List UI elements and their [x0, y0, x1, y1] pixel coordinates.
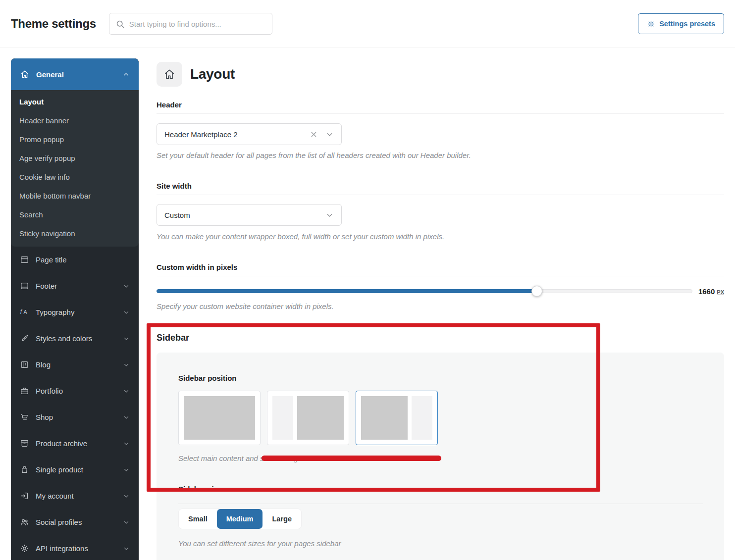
sidebar-item-social-profiles[interactable]: Social profiles: [11, 509, 139, 535]
chevron-down-icon: [123, 361, 130, 368]
svg-text:f: f: [20, 308, 23, 315]
sidebar-subitem-cookie-law-info[interactable]: Cookie law info: [11, 167, 139, 186]
divider: [157, 276, 724, 276]
sidebar-subitem-layout[interactable]: Layout: [11, 92, 139, 111]
chevron-down-icon: [123, 466, 130, 473]
header-field-description: Set your default header for all pages fr…: [157, 151, 724, 160]
content-block: [361, 396, 408, 440]
navitem-label: Typography: [36, 308, 74, 316]
sidebar-subitem-header-banner[interactable]: Header banner: [11, 111, 139, 130]
chevron-down-icon: [123, 309, 130, 316]
sidebar-subitem-age-verify-popup[interactable]: Age verify popup: [11, 149, 139, 167]
slider-unit[interactable]: PX: [717, 289, 724, 295]
navitem-label: Page title: [36, 255, 67, 264]
sidebar-subitem-promo-popup[interactable]: Promo popup: [11, 130, 139, 149]
sidebar-item-portfolio[interactable]: Portfolio: [11, 378, 139, 404]
general-submenu: Layout Header banner Promo popup Age ver…: [11, 90, 139, 247]
sidebar-item-shop[interactable]: Shop: [11, 404, 139, 430]
settings-presets-label: Settings presets: [659, 20, 715, 28]
sidebar-item-product-archive[interactable]: Product archive: [11, 430, 139, 457]
blog-icon: [20, 360, 29, 369]
chevron-down-icon: [123, 335, 130, 342]
divider: [178, 383, 703, 383]
sidebar-item-blog[interactable]: Blog: [11, 352, 139, 378]
custom-width-slider[interactable]: [157, 289, 692, 293]
chevron-up-icon: [122, 71, 130, 78]
site-width-select[interactable]: Custom: [157, 204, 342, 226]
subitem-label: Age verify popup: [19, 154, 75, 162]
sidebar-item-api-integrations[interactable]: API integrations: [11, 535, 139, 560]
sidebar-subitem-sticky-navigation[interactable]: Sticky navigation: [11, 224, 139, 243]
sidebar-section-heading: Sidebar: [157, 333, 724, 343]
subitem-label: Header banner: [19, 116, 69, 125]
chevron-down-icon: [123, 519, 130, 526]
sidebar-item-typography[interactable]: fA Typography: [11, 299, 139, 325]
clear-icon[interactable]: [310, 130, 318, 139]
sidebar-block: [272, 396, 293, 440]
sidebar-size-description: You can set different sizes for your pag…: [178, 539, 703, 549]
sidebar-subitem-mobile-bottom-navbar[interactable]: Mobile bottom navbar: [11, 186, 139, 205]
archive-icon: [20, 439, 29, 448]
subitem-label: Layout: [19, 98, 44, 106]
site-width-select-value: Custom: [164, 211, 190, 219]
size-option-large[interactable]: Large: [262, 509, 301, 529]
options-search[interactable]: [109, 13, 272, 35]
header-select[interactable]: Header Marketplace 2: [157, 123, 342, 145]
settings-presets-button[interactable]: Settings presets: [638, 13, 724, 34]
sidebar-item-styles-and-colors[interactable]: Styles and colors: [11, 325, 139, 352]
content-block: [297, 396, 344, 440]
home-icon: [20, 69, 30, 79]
sidebar-position-description: Select main content and sidebar alignmen…: [178, 454, 703, 463]
size-option-small[interactable]: Small: [179, 509, 217, 529]
footer-icon: [20, 281, 29, 291]
sidebar-item-my-account[interactable]: My account: [11, 483, 139, 509]
svg-text:A: A: [24, 309, 28, 315]
custom-width-slider-row: 1660 PX: [157, 286, 724, 297]
slider-thumb[interactable]: [531, 286, 542, 297]
briefcase-icon: [20, 386, 29, 396]
gear-icon: [647, 20, 655, 28]
sidebar-settings-panel: Sidebar position Select main content and…: [157, 353, 724, 560]
site-width-label: Site width: [157, 182, 724, 191]
subitem-label: Sticky navigation: [19, 229, 75, 238]
navitem-label: Footer: [36, 282, 57, 290]
option-content-full-width[interactable]: [178, 391, 261, 445]
page-title: Layout: [190, 66, 235, 82]
people-icon: [20, 517, 29, 527]
slider-number: 1660: [698, 287, 715, 296]
sidebar-item-footer[interactable]: Footer: [11, 273, 139, 299]
subitem-label: Search: [19, 210, 43, 219]
top-bar: Theme settings Settings presets: [0, 0, 735, 48]
navitem-label: API integrations: [36, 544, 88, 553]
option-sidebar-left[interactable]: [267, 391, 349, 445]
divider: [157, 195, 724, 195]
sidebar-subitem-search[interactable]: Search: [11, 205, 139, 224]
chevron-down-icon: [123, 493, 130, 500]
sidebar-size-label: Sidebar size: [178, 485, 703, 494]
sidebar-item-label: General: [36, 70, 64, 79]
login-icon: [20, 491, 29, 501]
navitem-label: Portfolio: [36, 387, 63, 395]
option-sidebar-right[interactable]: [356, 391, 438, 445]
sidebar-block: [412, 396, 432, 440]
content-block: [184, 396, 255, 440]
size-option-medium[interactable]: Medium: [217, 509, 263, 529]
custom-width-description: Specify your custom website container wi…: [157, 302, 724, 311]
chevron-down-icon: [325, 130, 334, 139]
divider: [178, 504, 703, 504]
typography-icon: fA: [20, 307, 29, 317]
sidebar-item-single-product[interactable]: Single product: [11, 457, 139, 483]
sidebar-item-page-title[interactable]: Page title: [11, 247, 139, 273]
subitem-label: Promo popup: [19, 135, 64, 144]
chevron-down-icon: [123, 414, 130, 421]
gear-icon: [20, 544, 29, 553]
settings-content: Layout Header Header Marketplace 2 Set y…: [157, 48, 724, 560]
sidebar-position-label: Sidebar position: [178, 374, 703, 383]
sidebar-item-general[interactable]: General: [11, 58, 139, 90]
subitem-label: Mobile bottom navbar: [19, 192, 91, 200]
cart-icon: [20, 412, 29, 422]
sidebar-position-options: [178, 391, 703, 445]
header-field-label: Header: [157, 101, 724, 109]
search-input[interactable]: [129, 20, 266, 28]
brush-icon: [20, 334, 29, 343]
